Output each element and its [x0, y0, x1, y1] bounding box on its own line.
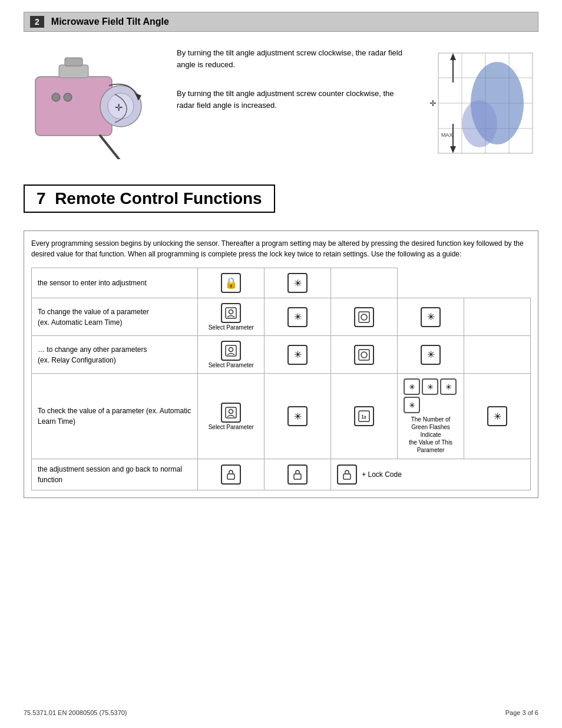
- circle-button-icon2: [354, 345, 374, 365]
- lock-button-icon2: [287, 465, 308, 485]
- row5-desc: the adjustment session and go back to no…: [32, 459, 198, 490]
- row1-empty: [331, 268, 398, 298]
- section2-number: 2: [30, 16, 44, 28]
- row5-lock1: [198, 459, 265, 490]
- row2-empty: [464, 298, 531, 336]
- svg-point-31: [229, 348, 233, 352]
- green-flash-3: ✳: [440, 378, 457, 395]
- table-row: the adjustment session and go back to no…: [32, 459, 531, 490]
- table-row: To check the value of a parameter (ex. A…: [32, 374, 531, 459]
- row4-desc: To check the value of a parameter (ex. A…: [32, 374, 198, 459]
- tilt-sensor-image: ✛: [24, 47, 165, 159]
- svg-rect-39: [294, 474, 301, 479]
- row3-sun2: ✳: [398, 336, 464, 374]
- select-param-label2: Select Parameter: [204, 362, 258, 368]
- circle-button-icon: [354, 307, 374, 327]
- sun-button-icon: ✳: [287, 307, 308, 327]
- table-row: To change the value of a parameter(ex. A…: [32, 298, 531, 336]
- row3-desc: … to change any other parameters(ex. Rel…: [32, 336, 198, 374]
- row1-icon2: ✳: [265, 268, 331, 298]
- svg-point-27: [229, 310, 233, 314]
- svg-point-29: [361, 314, 367, 320]
- lock-plus-content: + Lock Code: [337, 465, 524, 485]
- footer-right: Page 3 of 6: [505, 709, 538, 716]
- select-param-icon: [221, 303, 241, 323]
- programming-box: Every programming session begins by unlo…: [24, 230, 538, 498]
- svg-marker-23: [450, 146, 456, 153]
- select-param-label3: Select Parameter: [204, 424, 258, 430]
- row1-desc: the sensor to enter into adjustment: [32, 268, 198, 298]
- row4-green-flashes: ✳ ✳ ✳ ✳ The Number of Green Flashes Indi…: [398, 374, 464, 459]
- svg-point-35: [229, 409, 233, 413]
- svg-point-19: [462, 100, 497, 147]
- svg-line-7: [100, 136, 124, 159]
- row4-select-param: Select Parameter: [198, 374, 265, 459]
- svg-point-2: [64, 93, 72, 101]
- lock-button-icon1: [221, 465, 241, 485]
- section2-header: 2 Microwave Field Tilt Angle: [24, 12, 538, 32]
- section2-title: Microwave Field Tilt Angle: [51, 17, 169, 27]
- radar-diagram: ✛ MAX: [421, 47, 538, 161]
- select-param-label: Select Parameter: [204, 324, 258, 331]
- sun-button-icon: ✳: [287, 406, 308, 426]
- sun-button-icon2: ✳: [421, 345, 441, 365]
- green-flash-2: ✳: [422, 378, 438, 395]
- row5-lock2: [265, 459, 331, 490]
- svg-point-1: [52, 93, 60, 101]
- tilt-text-clockwise: By turning the tilt angle adjustment scr…: [177, 47, 409, 70]
- row2-select-param: Select Parameter: [198, 298, 265, 336]
- section7-title: 7 Remote Control Functions: [37, 189, 262, 207]
- table-row: … to change any other parameters(ex. Rel…: [32, 336, 531, 374]
- select-param-icon2: [221, 341, 241, 361]
- svg-text:✛: ✛: [429, 98, 437, 108]
- lock-button-icon3: [337, 465, 357, 485]
- row2-circle: [331, 298, 398, 336]
- svg-marker-21: [450, 53, 456, 60]
- tilt-content: ✛ By turning the tilt angle adjustment s…: [24, 41, 538, 167]
- row5-lock-plus: + Lock Code: [331, 459, 531, 490]
- row1-icon1: 🔒: [198, 268, 265, 298]
- sun-button-icon2: ✳: [421, 307, 441, 327]
- table-row: the sensor to enter into adjustment 🔒 ✳: [32, 268, 531, 298]
- svg-rect-40: [343, 474, 351, 479]
- row3-sun1: ✳: [265, 336, 331, 374]
- flash-description: The Number of Green Flashes Indicatethe …: [404, 416, 458, 454]
- svg-rect-38: [227, 474, 234, 479]
- select-param-icon3: [221, 403, 241, 423]
- svg-text:1₂: 1₂: [361, 414, 366, 420]
- green-flash-1: ✳: [404, 378, 420, 395]
- row4-sun-end: ✳: [464, 374, 531, 459]
- programming-intro: Every programming session begins by unlo…: [31, 238, 531, 259]
- svg-text:MAX: MAX: [441, 132, 453, 138]
- section7-header: 7 Remote Control Functions: [24, 185, 275, 213]
- row4-num: 1₂: [331, 374, 398, 459]
- programming-table: the sensor to enter into adjustment 🔒 ✳ …: [31, 268, 531, 490]
- lock-code-label: + Lock Code: [362, 470, 402, 479]
- green-flash-4: ✳: [404, 397, 420, 413]
- row4-sun1: ✳: [265, 374, 331, 459]
- lock-button-icon: 🔒: [221, 273, 241, 293]
- row2-sun2: ✳: [398, 298, 464, 336]
- svg-rect-28: [359, 312, 369, 322]
- svg-rect-4: [65, 58, 82, 66]
- footer-left: 75.5371.01 EN 20080505 (75.5370): [24, 709, 127, 716]
- svg-rect-32: [359, 350, 369, 360]
- sun-button-icon: ✳: [287, 273, 308, 293]
- svg-point-33: [361, 352, 367, 358]
- row2-desc: To change the value of a parameter(ex. A…: [32, 298, 198, 336]
- row3-empty: [464, 336, 531, 374]
- section7-header-container: 7 Remote Control Functions: [24, 185, 538, 222]
- green-flashes-icons: ✳ ✳ ✳ ✳: [404, 378, 458, 413]
- tilt-text-area: By turning the tilt angle adjustment scr…: [177, 47, 409, 129]
- row3-circle: [331, 336, 398, 374]
- svg-rect-3: [59, 65, 88, 78]
- sun-button-icon: ✳: [287, 345, 308, 365]
- tilt-text-counter: By turning the tilt angle adjustment scr…: [177, 88, 409, 111]
- row2-sun1: ✳: [265, 298, 331, 336]
- row3-select-param: Select Parameter: [198, 336, 265, 374]
- num-button-icon: 1₂: [354, 406, 374, 426]
- footer: 75.5371.01 EN 20080505 (75.5370) Page 3 …: [24, 709, 538, 716]
- sun-button-end-icon: ✳: [487, 406, 507, 426]
- svg-text:✛: ✛: [115, 103, 123, 113]
